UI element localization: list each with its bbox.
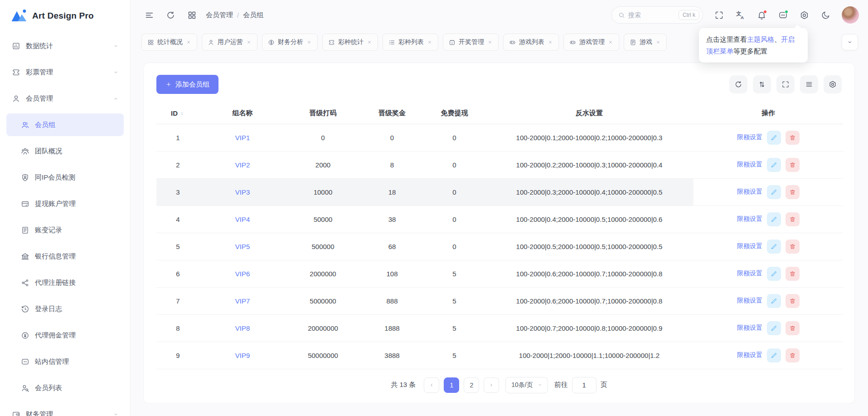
limit-settings-link[interactable]: 限额设置 [737, 351, 762, 359]
sidebar-subitem-11[interactable]: 会员列表 [6, 377, 124, 399]
delete-button[interactable] [786, 131, 800, 145]
tab-close-icon[interactable] [306, 39, 312, 45]
tab-9[interactable]: 游戏 [624, 34, 667, 51]
column-header-4[interactable]: 晋级奖金 [360, 103, 424, 124]
sidebar-subitem-1[interactable]: 会员组 [6, 113, 124, 136]
sidebar-item-1[interactable]: 数据统计 [6, 34, 124, 57]
tab-close-icon[interactable] [487, 39, 493, 45]
tab-6[interactable]: 开奖管理 [443, 34, 499, 51]
edit-button[interactable] [767, 348, 781, 362]
tab-close-icon[interactable] [655, 39, 661, 45]
next-page-button[interactable] [484, 377, 499, 393]
sidebar-toggle-button[interactable] [141, 7, 157, 23]
edit-button[interactable] [767, 321, 781, 335]
cell-group-name[interactable]: VIP1 [199, 124, 286, 151]
delete-button[interactable] [786, 158, 800, 172]
language-button[interactable]: 文A [732, 7, 748, 23]
cell-group-name[interactable]: VIP2 [199, 151, 286, 178]
cell-group-name[interactable]: VIP5 [199, 233, 286, 260]
edit-button[interactable] [767, 158, 781, 172]
page-refresh-button[interactable] [163, 7, 178, 23]
cell-group-name[interactable]: VIP9 [199, 342, 286, 369]
tab-4[interactable]: 彩种统计 [322, 34, 378, 51]
sidebar-subitem-2[interactable]: 团队概况 [6, 140, 124, 162]
delete-button[interactable] [786, 321, 800, 335]
limit-settings-link[interactable]: 限额设置 [737, 133, 762, 142]
tooltip-link[interactable]: 主题风格 [747, 35, 774, 43]
tab-5[interactable]: 彩种列表 [383, 34, 438, 51]
limit-settings-link[interactable]: 限额设置 [737, 215, 762, 223]
limit-settings-link[interactable]: 限额设置 [737, 161, 762, 169]
delete-button[interactable] [786, 185, 800, 199]
edit-button[interactable] [767, 240, 781, 254]
sidebar-subitem-4[interactable]: 提现账户管理 [6, 192, 124, 215]
column-header-2[interactable]: 组名称 [199, 103, 286, 124]
limit-settings-link[interactable]: 限额设置 [737, 269, 762, 278]
goto-page-input[interactable] [572, 377, 596, 393]
edit-button[interactable] [767, 267, 781, 281]
sidebar-subitem-9[interactable]: 代理佣金管理 [6, 324, 124, 347]
delete-button[interactable] [786, 212, 800, 226]
limit-settings-link[interactable]: 限额设置 [737, 242, 762, 250]
breadcrumb-item[interactable]: 会员管理 [206, 11, 233, 20]
apps-menu-button[interactable] [184, 7, 199, 23]
table-density-button[interactable] [800, 75, 818, 93]
messages-button[interactable] [775, 7, 790, 23]
tab-7[interactable]: 游戏列表 [503, 34, 559, 51]
sidebar-subitem-10[interactable]: 站内信管理 [6, 350, 124, 373]
delete-button[interactable] [786, 240, 800, 254]
tab-close-icon[interactable] [427, 39, 432, 45]
tab-close-icon[interactable] [608, 39, 613, 45]
tab-close-icon[interactable] [246, 39, 252, 45]
page-size-select[interactable]: 10条/页 [505, 377, 548, 393]
edit-button[interactable] [767, 185, 781, 199]
sidebar-item-4[interactable]: 财务管理 [6, 403, 124, 416]
table-settings-button[interactable] [824, 75, 842, 93]
add-member-group-button[interactable]: 添加会员组 [156, 75, 218, 94]
sidebar-subitem-6[interactable]: 银行信息管理 [6, 245, 124, 268]
limit-settings-link[interactable]: 限额设置 [737, 324, 762, 332]
search-input[interactable] [628, 11, 679, 19]
edit-button[interactable] [767, 212, 781, 226]
column-header-1[interactable]: ID [156, 103, 199, 124]
tab-close-icon[interactable] [367, 39, 372, 45]
search-box[interactable]: Ctrl k [611, 6, 703, 24]
limit-settings-link[interactable]: 限额设置 [737, 188, 762, 196]
limit-settings-link[interactable]: 限额设置 [737, 297, 762, 305]
cell-group-name[interactable]: VIP8 [199, 314, 286, 342]
tab-8[interactable]: 游戏管理 [563, 34, 619, 51]
sidebar-item-2[interactable]: 彩票管理 [6, 61, 124, 83]
column-header-5[interactable]: 免费提现 [424, 103, 485, 124]
sidebar-subitem-7[interactable]: 代理注册链接 [6, 271, 124, 294]
table-fullscreen-button[interactable] [776, 75, 795, 93]
delete-button[interactable] [786, 267, 800, 281]
settings-button[interactable] [796, 7, 812, 23]
table-sort-button[interactable] [753, 75, 771, 93]
cell-group-name[interactable]: VIP4 [199, 206, 286, 233]
notifications-button[interactable] [754, 7, 769, 23]
table-refresh-button[interactable] [729, 75, 747, 93]
sidebar-item-3[interactable]: 会员管理 [6, 87, 124, 110]
brand[interactable]: Art Design Pro [0, 0, 130, 32]
fullscreen-button[interactable] [711, 7, 727, 23]
column-header-3[interactable]: 晋级打码 [286, 103, 360, 124]
delete-button[interactable] [786, 294, 800, 308]
tab-close-icon[interactable] [548, 39, 553, 45]
tab-2[interactable]: 用户运营 [202, 34, 257, 51]
edit-button[interactable] [767, 131, 781, 145]
tabbar-collapse-button[interactable] [842, 34, 858, 50]
theme-toggle-button[interactable] [818, 7, 833, 23]
tab-close-icon[interactable] [186, 39, 191, 45]
sidebar-subitem-3[interactable]: 同IP会员检测 [6, 166, 124, 189]
cell-group-name[interactable]: VIP7 [199, 287, 286, 314]
column-header-6[interactable]: 反水设置 [485, 103, 693, 124]
delete-button[interactable] [786, 348, 800, 362]
edit-button[interactable] [767, 294, 781, 308]
page-button-1[interactable]: 1 [444, 377, 459, 393]
prev-page-button[interactable] [424, 377, 439, 393]
tab-3[interactable]: 财务分析 [262, 34, 318, 51]
tab-1[interactable]: 统计概况 [141, 34, 197, 51]
page-button-2[interactable]: 2 [464, 377, 479, 393]
breadcrumb-item-current[interactable]: 会员组 [243, 11, 263, 20]
sidebar-subitem-8[interactable]: 登录日志 [6, 298, 124, 320]
